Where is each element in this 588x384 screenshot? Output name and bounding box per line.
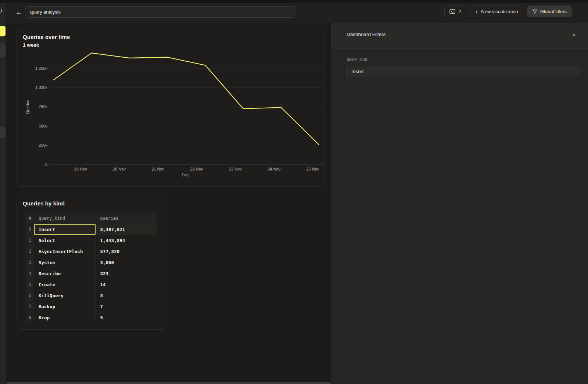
row-index-cell[interactable]: 3 <box>26 257 34 268</box>
query-kind-cell[interactable]: KillQuery <box>34 290 96 301</box>
queries-over-time-card: 1 250k1 000k750k500k250k019 Nov20 Nov21 … <box>17 28 325 187</box>
row-index-cell[interactable]: 1 <box>26 235 34 246</box>
queries-value-cell[interactable]: 323 <box>96 268 157 279</box>
refresh-icon[interactable]: ↻ <box>0 7 3 15</box>
table-row: 3System3,060 <box>26 257 157 268</box>
y-tick-label: 1 000k <box>35 85 48 90</box>
query-kind-column-header[interactable]: query_kind <box>34 213 96 224</box>
window-top-strip <box>0 0 588 3</box>
queries-value-cell[interactable]: 8 <box>96 290 157 301</box>
dashboard-title-input[interactable] <box>25 6 296 18</box>
table-title: Queries by kind <box>23 200 65 207</box>
queries-table-body: 0Insert8,307,0211Select1,443,8942AsyncIn… <box>26 224 157 323</box>
query-kind-cell[interactable]: Select <box>34 235 96 246</box>
left-sidebar: ↻ <box>0 3 7 384</box>
sidebar-item-2[interactable] <box>0 127 6 138</box>
sidebar-divider <box>0 60 7 60</box>
row-index-cell[interactable]: 5 <box>26 279 34 290</box>
row-index-cell[interactable]: 2 <box>26 246 34 257</box>
top-toolbar: ← 2 + New visualization Global filters <box>7 3 588 23</box>
x-tick-label: 22 Nov <box>190 167 203 171</box>
y-tick-label: 1 250k <box>35 66 48 71</box>
queries-by-kind-card: Queries by kind # query_kind queries 0In… <box>17 194 166 330</box>
back-button[interactable]: ← <box>13 7 24 18</box>
new-visualization-button[interactable]: + New visualization <box>470 6 523 17</box>
toolbar-actions: 2 + New visualization Global filters <box>444 6 572 17</box>
queries-value-cell[interactable]: 14 <box>96 279 157 290</box>
sidebar-item-1[interactable] <box>0 43 6 57</box>
query-kind-cell[interactable]: Insert <box>34 224 96 235</box>
query-kind-filter-input[interactable] <box>346 66 580 77</box>
y-tick-label: 500k <box>39 124 47 128</box>
dashboard-canvas: 1 250k1 000k750k500k250k019 Nov20 Nov21 … <box>7 23 331 384</box>
table-row: 8Drop5 <box>26 312 157 323</box>
row-index-cell[interactable]: 6 <box>26 290 34 301</box>
filter-funnel-icon <box>532 9 537 14</box>
query-kind-cell[interactable]: AsyncInsertFlush <box>34 246 96 257</box>
console-window-icon <box>449 9 455 14</box>
queries-value-cell[interactable]: 7 <box>96 301 157 312</box>
query-kind-cell[interactable]: Describe <box>34 268 96 279</box>
x-tick-label: 23 Nov <box>229 167 242 171</box>
plus-icon: + <box>475 9 478 14</box>
queries-line-series[interactable] <box>54 53 319 145</box>
queries-chart-svg[interactable]: 1 250k1 000k750k500k250k019 Nov20 Nov21 … <box>17 28 324 186</box>
next-card-edge <box>7 382 331 384</box>
y-axis-title: Queries <box>25 100 30 114</box>
row-index-cell[interactable]: 0 <box>26 224 34 235</box>
table-row: 2AsyncInsertFlush577,820 <box>26 246 157 257</box>
table-row: 0Insert8,307,021 <box>26 224 157 235</box>
row-index-cell[interactable]: 4 <box>26 268 34 279</box>
sidebar-header: ↻ <box>0 3 7 21</box>
x-tick-label: 21 Nov <box>151 167 164 171</box>
queries-value-cell[interactable]: 3,060 <box>96 257 157 268</box>
query-kind-cell[interactable]: Drop <box>34 312 96 323</box>
x-tick-label: 20 Nov <box>113 167 126 171</box>
query-kind-cell[interactable]: Create <box>34 279 96 290</box>
chart-title: Queries over time <box>23 34 70 40</box>
queries-value-cell[interactable]: 8,307,021 <box>96 224 157 235</box>
table-row: 6KillQuery8 <box>26 290 157 301</box>
global-filters-button[interactable]: Global filters <box>527 6 572 17</box>
queries-value-cell[interactable]: 1,443,894 <box>96 235 157 246</box>
table-header-row: # query_kind queries <box>26 213 157 224</box>
x-axis-title: Day <box>182 173 190 177</box>
table-row: 5Create14 <box>26 279 157 290</box>
y-tick-label: 0 <box>45 162 47 166</box>
new-visualization-label: New visualization <box>481 9 518 14</box>
dashboard-filters-panel: Dashboard Filters ✕ query_kind <box>331 23 588 384</box>
table-row: 1Select1,443,894 <box>26 235 157 246</box>
query-kind-filter-label: query_kind <box>347 57 367 61</box>
queries-value-cell[interactable]: 577,820 <box>96 246 157 257</box>
filters-panel-title: Dashboard Filters <box>347 32 386 37</box>
close-icon[interactable]: ✕ <box>570 31 578 39</box>
index-column-header[interactable]: # <box>26 213 34 224</box>
query-tabs-button[interactable]: 2 <box>444 6 466 17</box>
app-window: ↻ ← 2 + New visualization <box>0 0 588 384</box>
queries-table: # query_kind queries 0Insert8,307,0211Se… <box>26 213 157 323</box>
x-tick-label: 24 Nov <box>268 167 280 171</box>
table-row: 4Describe323 <box>26 268 157 279</box>
chart-subtitle: 1 week <box>23 42 39 48</box>
query-kind-cell[interactable]: System <box>34 257 96 268</box>
sidebar-item-active-dashboard[interactable] <box>0 26 6 36</box>
y-tick-label: 250k <box>39 143 47 147</box>
queries-column-header[interactable]: queries <box>96 213 157 224</box>
x-tick-label: 25 Nov <box>306 167 319 171</box>
y-tick-label: 750k <box>39 104 47 109</box>
tab-count-label: 2 <box>458 9 461 14</box>
query-kind-cell[interactable]: Backup <box>34 301 96 312</box>
row-index-cell[interactable]: 8 <box>26 312 34 323</box>
queries-value-cell[interactable]: 5 <box>96 312 157 323</box>
filters-panel-header: Dashboard Filters ✕ <box>331 23 588 49</box>
global-filters-label: Global filters <box>540 9 567 14</box>
x-tick-label: 19 Nov <box>74 167 87 171</box>
row-index-cell[interactable]: 7 <box>26 301 34 312</box>
table-row: 7Backup7 <box>26 301 157 312</box>
